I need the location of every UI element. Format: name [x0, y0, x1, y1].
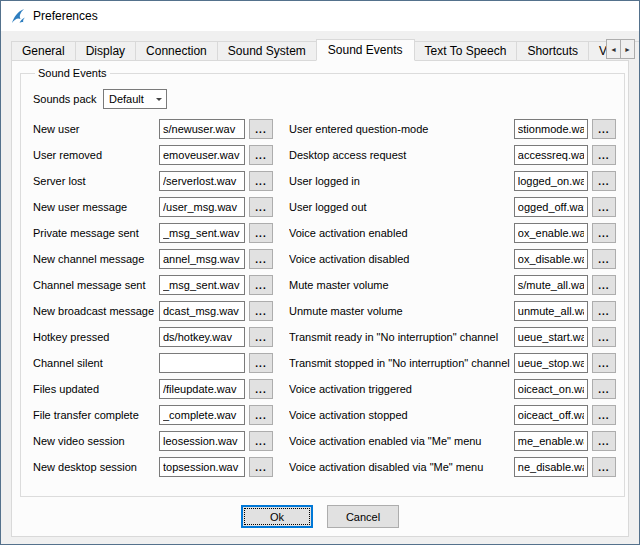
- sound-file-input[interactable]: [159, 431, 245, 451]
- sound-file-input[interactable]: [514, 171, 588, 191]
- browse-button[interactable]: ...: [592, 145, 616, 165]
- sound-file-input[interactable]: [159, 301, 245, 321]
- sound-file-input[interactable]: [514, 119, 588, 139]
- browse-button[interactable]: ...: [592, 431, 616, 451]
- sound-file-input[interactable]: [159, 119, 245, 139]
- tab-page-sound-events: Sound Events Sounds pack Default New use…: [11, 60, 629, 537]
- browse-button[interactable]: ...: [249, 405, 273, 425]
- sound-file-input[interactable]: [159, 353, 245, 373]
- tab-display[interactable]: Display: [75, 41, 136, 60]
- browse-button[interactable]: ...: [592, 223, 616, 243]
- sound-file-input[interactable]: [159, 197, 245, 217]
- sound-event-row: Files updated...: [33, 379, 273, 399]
- tab-connection[interactable]: Connection: [135, 41, 218, 60]
- tab-scroll-left-button[interactable]: ◄: [606, 39, 621, 59]
- sound-file-input[interactable]: [159, 249, 245, 269]
- browse-button[interactable]: ...: [592, 379, 616, 399]
- sound-event-label: Voice activation stopped: [289, 409, 514, 421]
- sound-file-input[interactable]: [159, 379, 245, 399]
- cancel-button[interactable]: Cancel: [327, 505, 399, 528]
- sound-file-input[interactable]: [159, 145, 245, 165]
- sound-file-input[interactable]: [514, 379, 588, 399]
- sound-event-label: Voice activation disabled: [289, 253, 514, 265]
- browse-button[interactable]: ...: [249, 119, 273, 139]
- sound-file-input[interactable]: [514, 275, 588, 295]
- sound-event-label: New user: [33, 123, 159, 135]
- tab-shortcuts[interactable]: Shortcuts: [516, 41, 589, 60]
- browse-button[interactable]: ...: [249, 353, 273, 373]
- sound-event-row: New user...: [33, 119, 273, 139]
- sound-file-input[interactable]: [159, 405, 245, 425]
- sound-file-input[interactable]: [514, 223, 588, 243]
- browse-button[interactable]: ...: [592, 275, 616, 295]
- browse-button[interactable]: ...: [249, 223, 273, 243]
- sound-event-row: New user message...: [33, 197, 273, 217]
- tab-sound-events[interactable]: Sound Events: [316, 39, 415, 61]
- browse-button[interactable]: ...: [592, 327, 616, 347]
- sound-event-label: Server lost: [33, 175, 159, 187]
- sound-file-input[interactable]: [159, 275, 245, 295]
- sound-event-label: User logged out: [289, 201, 514, 213]
- sounds-pack-label: Sounds pack: [33, 93, 103, 105]
- sound-file-input[interactable]: [159, 327, 245, 347]
- preferences-window: Preferences GeneralDisplayConnectionSoun…: [0, 0, 640, 545]
- sound-file-input[interactable]: [514, 405, 588, 425]
- browse-button[interactable]: ...: [249, 275, 273, 295]
- sound-event-row: Server lost...: [33, 171, 273, 191]
- sound-file-input[interactable]: [514, 431, 588, 451]
- sound-file-input[interactable]: [514, 145, 588, 165]
- browse-button[interactable]: ...: [592, 301, 616, 321]
- sound-event-label: New user message: [33, 201, 159, 213]
- sound-file-input[interactable]: [514, 301, 588, 321]
- sound-file-input[interactable]: [514, 353, 588, 373]
- sound-event-row: New channel message...: [33, 249, 273, 269]
- sound-event-row: Transmit stopped in "No interruption" ch…: [289, 353, 616, 373]
- sound-event-label: Transmit ready in "No interruption" chan…: [289, 331, 514, 343]
- sound-event-label: User entered question-mode: [289, 123, 514, 135]
- browse-button[interactable]: ...: [249, 457, 273, 477]
- browse-button[interactable]: ...: [249, 197, 273, 217]
- browse-button[interactable]: ...: [592, 171, 616, 191]
- browse-button[interactable]: ...: [249, 249, 273, 269]
- browse-button[interactable]: ...: [249, 379, 273, 399]
- sound-file-input[interactable]: [514, 457, 588, 477]
- titlebar[interactable]: Preferences: [1, 1, 639, 31]
- browse-button[interactable]: ...: [592, 119, 616, 139]
- sound-file-input[interactable]: [159, 171, 245, 191]
- sound-file-input[interactable]: [159, 223, 245, 243]
- browse-button[interactable]: ...: [249, 327, 273, 347]
- sound-event-label: Unmute master volume: [289, 305, 514, 317]
- tab-sound-system[interactable]: Sound System: [217, 41, 317, 60]
- sound-event-row: User entered question-mode...: [289, 119, 616, 139]
- sound-events-column-right: User entered question-mode...Desktop acc…: [285, 119, 616, 483]
- tab-general[interactable]: General: [11, 41, 76, 60]
- browse-button[interactable]: ...: [592, 353, 616, 373]
- sound-events-group: Sound Events Sounds pack Default New use…: [20, 67, 625, 497]
- sound-file-input[interactable]: [514, 249, 588, 269]
- tab-text-to-speech[interactable]: Text To Speech: [414, 41, 518, 60]
- browse-button[interactable]: ...: [592, 249, 616, 269]
- sound-file-input[interactable]: [514, 197, 588, 217]
- tab-scroll-right-button[interactable]: ►: [620, 39, 635, 59]
- browse-button[interactable]: ...: [249, 301, 273, 321]
- chevron-down-icon: [156, 98, 162, 104]
- sound-event-row: User logged out...: [289, 197, 616, 217]
- browse-button[interactable]: ...: [249, 431, 273, 451]
- sound-file-input[interactable]: [159, 457, 245, 477]
- sounds-pack-select[interactable]: Default: [103, 89, 167, 109]
- sound-event-row: Voice activation disabled...: [289, 249, 616, 269]
- browse-button[interactable]: ...: [592, 405, 616, 425]
- browse-button[interactable]: ...: [592, 457, 616, 477]
- browse-button[interactable]: ...: [592, 197, 616, 217]
- sound-event-label: Files updated: [33, 383, 159, 395]
- sound-file-input[interactable]: [514, 327, 588, 347]
- sound-event-row: Channel message sent...: [33, 275, 273, 295]
- ok-button[interactable]: Ok: [241, 505, 313, 528]
- sound-event-row: File transfer complete...: [33, 405, 273, 425]
- group-title: Sound Events: [35, 67, 110, 79]
- sounds-pack-value: Default: [109, 93, 144, 105]
- browse-button[interactable]: ...: [249, 171, 273, 191]
- sound-event-label: Mute master volume: [289, 279, 514, 291]
- browse-button[interactable]: ...: [249, 145, 273, 165]
- sound-event-label: Voice activation disabled via "Me" menu: [289, 461, 514, 473]
